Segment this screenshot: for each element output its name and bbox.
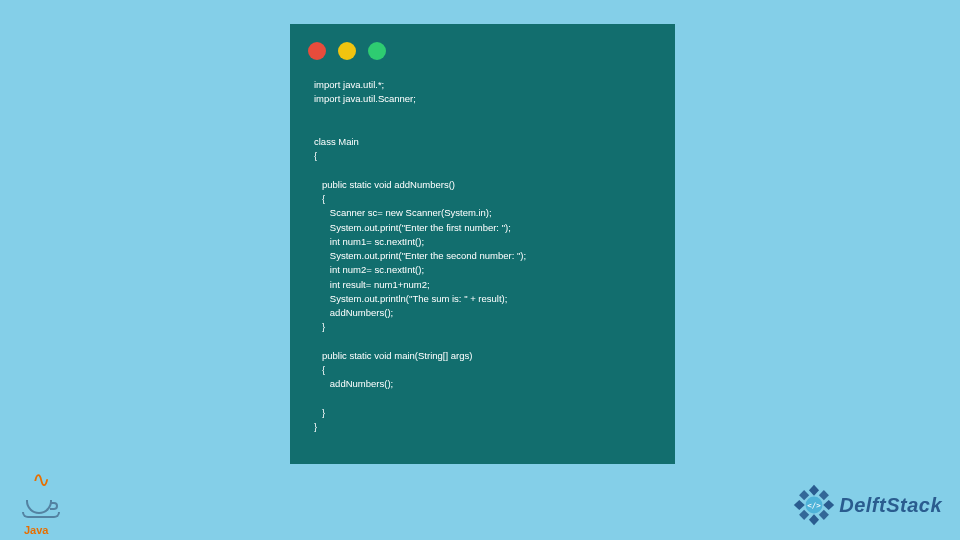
svg-marker-4 xyxy=(819,490,829,500)
svg-text:</>: </> xyxy=(807,501,821,510)
maximize-icon xyxy=(368,42,386,60)
svg-marker-0 xyxy=(809,485,819,496)
svg-marker-7 xyxy=(799,490,809,500)
java-logo: ∿ Java xyxy=(20,472,68,532)
svg-marker-6 xyxy=(799,510,809,520)
close-icon xyxy=(308,42,326,60)
svg-marker-3 xyxy=(794,500,805,510)
code-block: import java.util.*; import java.util.Sca… xyxy=(308,78,657,434)
java-label: Java xyxy=(24,524,48,536)
delftstack-label: DelftStack xyxy=(839,494,942,517)
minimize-icon xyxy=(338,42,356,60)
java-cup-icon: ∿ Java xyxy=(20,472,68,532)
delftstack-logo: </> DelftStack xyxy=(793,484,942,526)
delftstack-icon: </> xyxy=(793,484,835,526)
window-controls xyxy=(308,42,657,60)
svg-marker-2 xyxy=(809,514,819,525)
code-window: import java.util.*; import java.util.Sca… xyxy=(290,24,675,464)
svg-marker-5 xyxy=(819,510,829,520)
svg-marker-1 xyxy=(823,500,834,510)
